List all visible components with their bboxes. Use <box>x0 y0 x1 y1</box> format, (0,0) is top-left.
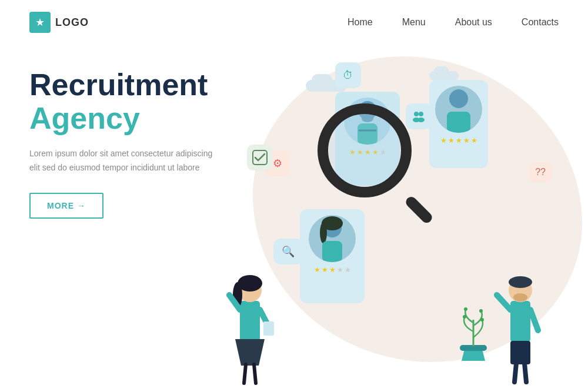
navigation: Home Menu About us Contacts <box>348 17 559 28</box>
nav-home[interactable]: Home <box>348 17 373 28</box>
svg-rect-21 <box>263 321 274 336</box>
hero-title-line2: Agency <box>29 102 218 135</box>
svg-line-22 <box>244 364 246 383</box>
stars-bottom: ★ ★ ★ ★ ★ <box>314 266 351 274</box>
nav-about[interactable]: About us <box>455 17 492 28</box>
svg-point-5 <box>449 89 468 108</box>
question-bubble: ?? <box>528 162 553 182</box>
hero-text: Recruitment Agency Lorem ipsum dolor sit… <box>29 45 218 386</box>
search-bubble: 🔍 <box>273 239 303 264</box>
logo-icon: ★ <box>29 12 51 33</box>
magnifying-glass <box>318 103 435 221</box>
svg-point-26 <box>509 276 532 288</box>
hero-description: Lorem ipsum dolor sit amet consectetur a… <box>29 147 218 175</box>
svg-line-29 <box>530 310 538 330</box>
avatar-right <box>435 86 482 133</box>
svg-point-27 <box>513 293 527 301</box>
hero-section: Recruitment Agency Lorem ipsum dolor sit… <box>0 45 588 386</box>
check-icon <box>247 145 273 170</box>
woman-recruiter-figure <box>223 248 276 368</box>
logo: ★ LOGO <box>29 12 89 33</box>
svg-rect-30 <box>510 341 530 364</box>
svg-rect-6 <box>447 112 470 133</box>
svg-line-23 <box>254 364 256 383</box>
decorative-plant <box>453 302 494 368</box>
header: ★ LOGO Home Menu About us Contacts <box>0 0 588 45</box>
cloud-2 <box>429 71 459 81</box>
svg-point-37 <box>479 309 483 313</box>
illustration: ⏱ ⚙ 🔍 ?? <box>218 45 559 386</box>
svg-rect-14 <box>322 241 342 262</box>
stars-right: ★ ★ ★ ★ ★ <box>440 136 477 145</box>
svg-rect-24 <box>510 301 530 342</box>
svg-rect-15 <box>240 301 260 342</box>
magnifier-lens <box>318 103 412 197</box>
svg-point-38 <box>464 307 467 311</box>
svg-line-28 <box>497 295 510 310</box>
svg-point-36 <box>463 315 466 319</box>
profile-card-right: ★ ★ ★ ★ ★ <box>429 80 488 168</box>
magnifier-handle <box>404 195 435 225</box>
more-button[interactable]: MORE → <box>29 193 103 219</box>
avatar-bottom <box>309 215 356 262</box>
hero-title-line1: Recruitment <box>29 68 218 102</box>
svg-point-35 <box>480 318 484 321</box>
nav-menu[interactable]: Menu <box>402 17 426 28</box>
svg-line-31 <box>514 363 516 382</box>
svg-point-13 <box>320 222 327 243</box>
profile-card-bottom: ★ ★ ★ ★ ★ <box>300 209 365 303</box>
timer-icon: ⏱ <box>335 62 361 88</box>
nav-contacts[interactable]: Contacts <box>522 17 559 28</box>
logo-text: LOGO <box>55 16 89 29</box>
man-magnifier-figure <box>494 248 547 368</box>
svg-line-32 <box>524 363 526 382</box>
